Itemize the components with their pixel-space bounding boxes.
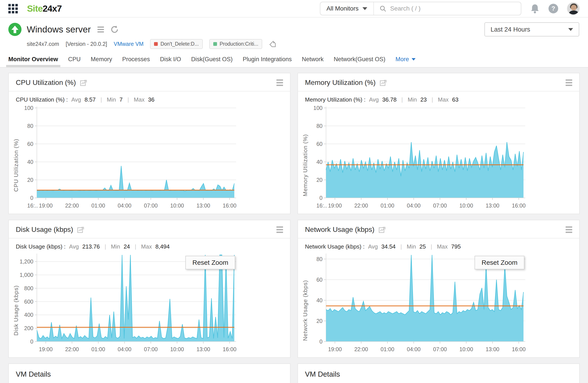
vm-details-panel-left: VM Details Host Name s24x7-w10.site24x7.… <box>8 363 291 383</box>
tag-chip-production[interactable]: Production:Criti... <box>209 39 262 49</box>
tab-more[interactable]: More <box>395 56 416 67</box>
help-icon[interactable]: ? <box>548 4 558 13</box>
monitor-version: [Version - 20.0.2] <box>66 41 107 47</box>
apps-grid-icon[interactable] <box>8 4 18 13</box>
avg-value: 213.76 <box>82 243 100 250</box>
tab-plugin-integrations[interactable]: Plugin Integrations <box>243 56 292 67</box>
y-axis-title: Network Usage (kbps) <box>301 253 309 355</box>
expand-chart-icon[interactable] <box>379 79 387 86</box>
y-axis-title: Disk Usage (kbps) <box>12 253 20 355</box>
panel-menu-icon[interactable] <box>276 80 283 86</box>
panel-title: CPU Utilization (%) <box>16 79 76 87</box>
svg-text:40: 40 <box>316 297 322 303</box>
min-key: Min <box>408 96 417 103</box>
svg-text:22:00: 22:00 <box>65 346 79 352</box>
notification-bell-icon[interactable] <box>530 3 540 14</box>
search-icon <box>379 5 386 12</box>
tag-chip-dont-delete[interactable]: Don't_Delete:D... <box>150 39 203 49</box>
cpu-chart[interactable]: CPU Utilization (%) 02040608010016:..19:… <box>12 106 290 211</box>
time-range-dropdown[interactable]: Last 24 Hours <box>484 22 579 36</box>
top-bar: Site24x7 All Monitors ? <box>0 0 588 18</box>
tab-network[interactable]: Network <box>302 56 324 67</box>
site24x7-logo: Site24x7 <box>27 3 62 14</box>
svg-text:0: 0 <box>319 339 322 345</box>
svg-text:16:00: 16:00 <box>223 346 236 352</box>
vm-details-title: VM Details <box>9 364 290 383</box>
svg-text:19:00: 19:00 <box>39 202 53 209</box>
avg-value: 34.54 <box>381 243 396 250</box>
tab-disk-guest-os[interactable]: Disk(Guest OS) <box>191 56 232 67</box>
svg-text:40: 40 <box>27 159 33 165</box>
expand-chart-icon[interactable] <box>77 226 84 233</box>
memory-utilization-panel: Memory Utilization (%) Memory Utilizatio… <box>297 73 580 214</box>
stat-title: Network Usage (kbps) : <box>305 243 365 250</box>
global-search-box: All Monitors <box>320 2 521 15</box>
panel-menu-icon[interactable] <box>276 226 283 233</box>
time-range-value: Last 24 Hours <box>491 26 530 33</box>
expand-chart-icon[interactable] <box>80 79 87 86</box>
tab-monitor-overview[interactable]: Monitor Overview <box>8 56 58 67</box>
monitor-hostname: site24x7.com <box>27 41 59 47</box>
chart-stats: CPU Utilization (%) : Avg 8.57 | Min 7 |… <box>9 91 290 104</box>
svg-text:16:..: 16:.. <box>316 202 327 209</box>
min-value: 23 <box>420 96 427 103</box>
reset-zoom-button[interactable]: Reset Zoom <box>185 256 235 269</box>
max-value: 8,494 <box>155 243 169 250</box>
monitor-menu-icon[interactable] <box>97 26 104 32</box>
tab-more-label: More <box>395 56 409 63</box>
monitor-scope-label: All Monitors <box>326 5 358 12</box>
user-avatar[interactable] <box>567 2 580 15</box>
stat-title: Memory Utilization (%) : <box>305 96 366 103</box>
svg-text:20: 20 <box>316 318 322 324</box>
separator: | <box>400 96 404 103</box>
svg-text:400: 400 <box>24 312 33 318</box>
stat-title: CPU Utilization (%) : <box>16 96 68 103</box>
avatar-face <box>571 5 577 11</box>
svg-text:80: 80 <box>316 123 322 129</box>
svg-text:60: 60 <box>316 141 322 147</box>
tab-disk-io[interactable]: Disk I/O <box>160 56 181 67</box>
panel-menu-icon[interactable] <box>566 80 572 86</box>
svg-text:600: 600 <box>24 299 33 305</box>
status-up-badge <box>8 23 21 36</box>
reset-zoom-button[interactable]: Reset Zoom <box>475 256 524 269</box>
avatar-suit <box>568 11 579 15</box>
tag-label: Don't_Delete:D... <box>160 41 199 47</box>
vmware-vm-link[interactable]: VMware VM <box>114 41 144 47</box>
separator: | <box>99 96 103 103</box>
svg-text:07:00: 07:00 <box>144 202 158 209</box>
refresh-icon[interactable] <box>110 25 119 34</box>
disk-chart[interactable]: Disk Usage (kbps) 02004006008001,0001,20… <box>12 253 290 355</box>
svg-text:13:00: 13:00 <box>485 346 499 352</box>
max-key: Max <box>437 243 448 250</box>
svg-text:22:00: 22:00 <box>354 202 368 209</box>
tab-memory[interactable]: Memory <box>91 56 112 67</box>
logo-dark-part: 24x7 <box>42 3 62 14</box>
y-axis-title: Memory Utilization (%) <box>301 106 309 211</box>
memory-chart[interactable]: Memory Utilization (%) 02040608010016:..… <box>301 106 579 211</box>
svg-text:13:00: 13:00 <box>485 202 499 209</box>
max-value: 795 <box>451 243 461 250</box>
svg-text:80: 80 <box>27 123 33 129</box>
tags-icon[interactable] <box>269 40 276 48</box>
tab-processes[interactable]: Processes <box>122 56 150 67</box>
separator: | <box>103 243 107 250</box>
network-chart[interactable]: Network Usage (kbps) 02040608019:0022:00… <box>301 253 579 355</box>
svg-text:200: 200 <box>24 325 33 331</box>
tab-cpu[interactable]: CPU <box>68 56 81 67</box>
min-key: Min <box>107 96 116 103</box>
svg-text:07:00: 07:00 <box>433 346 447 352</box>
panel-menu-icon[interactable] <box>566 226 572 233</box>
max-key: Max <box>134 96 145 103</box>
expand-chart-icon[interactable] <box>378 226 385 233</box>
separator: | <box>429 243 434 250</box>
search-input[interactable] <box>390 5 515 12</box>
y-axis-title: CPU Utilization (%) <box>12 106 20 211</box>
monitor-scope-dropdown[interactable]: All Monitors <box>320 2 374 15</box>
tab-network-guest-os[interactable]: Network(Guest OS) <box>334 56 385 67</box>
svg-text:16:00: 16:00 <box>512 202 526 209</box>
monitor-tabs: Monitor Overview CPU Memory Processes Di… <box>8 56 580 67</box>
min-value: 7 <box>120 96 123 103</box>
avg-key: Avg <box>369 96 379 103</box>
svg-text:1,200: 1,200 <box>20 258 33 264</box>
